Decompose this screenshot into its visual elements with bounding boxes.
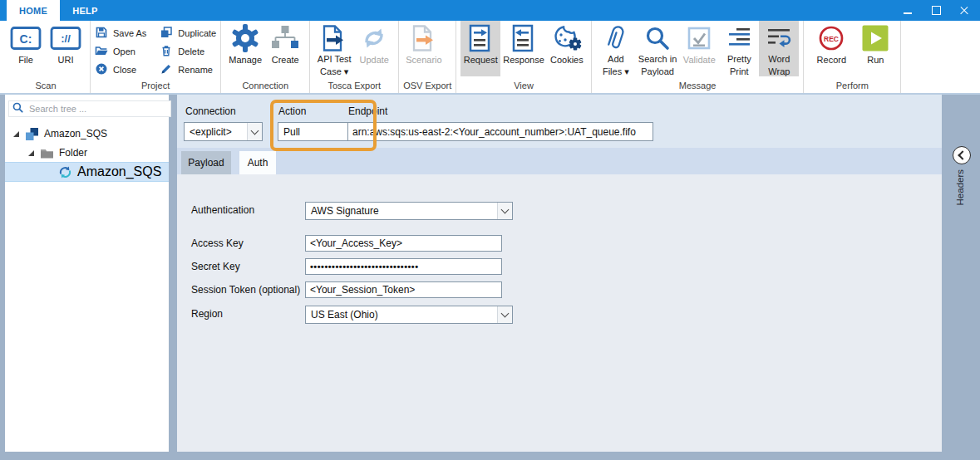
delete-label: Delete bbox=[178, 46, 204, 56]
ribbon-group-connection: Manage Create Connection bbox=[221, 21, 310, 93]
update-button[interactable]: Update bbox=[354, 21, 394, 76]
minimize-button[interactable] bbox=[894, 0, 922, 21]
duplicate-icon bbox=[160, 26, 173, 41]
record-icon: REC bbox=[817, 23, 845, 53]
auth-tab-content: Authentication AWS Signature Access Key … bbox=[177, 174, 942, 452]
validate-button[interactable]: Validate bbox=[679, 21, 719, 76]
create-button[interactable]: Create bbox=[265, 21, 305, 76]
group-label-osv-export: OSV Export bbox=[403, 81, 451, 93]
secret-key-input[interactable] bbox=[305, 258, 502, 275]
close-project-button[interactable]: Close bbox=[95, 61, 146, 79]
group-label-tosca-export: Tosca Export bbox=[314, 81, 394, 93]
tree-node-module-selected[interactable]: Amazon_SQS bbox=[5, 162, 169, 182]
tree-node-root[interactable]: Amazon_SQS bbox=[13, 125, 107, 143]
authentication-value: AWS Signature bbox=[306, 203, 497, 219]
save-as-button[interactable]: Save As bbox=[95, 24, 146, 42]
api-test-case-button[interactable]: API Test Case ▾ bbox=[314, 21, 354, 76]
add-files-label-1: Add bbox=[608, 54, 624, 64]
file-button-label: File bbox=[18, 55, 33, 65]
title-bar: HOME HELP bbox=[0, 0, 980, 21]
request-document-icon bbox=[468, 23, 493, 53]
tab-auth[interactable]: Auth bbox=[239, 151, 276, 174]
search-in-payload-button[interactable]: Search in Payload bbox=[636, 21, 679, 76]
manage-button[interactable]: Manage bbox=[225, 21, 265, 76]
search-icon bbox=[644, 23, 671, 52]
tree-search-box[interactable] bbox=[8, 100, 171, 117]
save-as-label: Save As bbox=[113, 28, 146, 38]
connection-value: <explicit> bbox=[185, 123, 247, 140]
api-scan-window: HOME HELP C: File :// bbox=[0, 0, 980, 460]
action-value: Pull bbox=[278, 123, 348, 140]
search-in-payload-label-2: Payload bbox=[641, 66, 674, 76]
cookie-icon bbox=[552, 23, 582, 53]
add-files-button[interactable]: Add Files ▾ bbox=[596, 21, 636, 76]
open-icon bbox=[95, 44, 108, 59]
response-label: Response bbox=[503, 55, 544, 65]
request-button[interactable]: Request bbox=[460, 21, 500, 76]
maximize-button[interactable] bbox=[922, 0, 950, 21]
duplicate-button[interactable]: Duplicate bbox=[160, 24, 216, 42]
file-button[interactable]: C: File bbox=[6, 21, 46, 76]
chevron-down-icon[interactable] bbox=[247, 123, 262, 140]
headers-panel-toggle-button[interactable] bbox=[953, 146, 971, 164]
checkbox-icon bbox=[686, 23, 712, 53]
open-button[interactable]: Open bbox=[95, 42, 146, 61]
ribbon-group-view: Request Response Cookies View bbox=[456, 21, 592, 93]
tree-node-root-label: Amazon_SQS bbox=[44, 128, 107, 139]
scenario-label: Scenario bbox=[406, 55, 441, 65]
group-label-perform: Perform bbox=[808, 81, 896, 93]
word-wrap-icon bbox=[766, 23, 792, 52]
uri-icon: :// bbox=[50, 23, 81, 53]
pretty-print-button[interactable]: Pretty Print bbox=[719, 21, 759, 76]
rename-label: Rename bbox=[178, 65, 213, 75]
rename-button[interactable]: Rename bbox=[160, 61, 216, 79]
access-key-input[interactable] bbox=[305, 235, 502, 252]
chevron-down-icon[interactable] bbox=[497, 203, 512, 219]
endpoint-label: Endpoint bbox=[348, 105, 387, 117]
svg-text:REC: REC bbox=[824, 35, 839, 43]
chevron-down-icon[interactable] bbox=[497, 306, 512, 323]
record-label: Record bbox=[817, 55, 846, 65]
close-project-label: Close bbox=[113, 65, 136, 75]
ribbon-group-message: Add Files ▾ Search in Payload Validate bbox=[592, 21, 804, 93]
connection-label: Connection bbox=[185, 105, 236, 117]
document-arrow-icon bbox=[320, 23, 348, 52]
search-in-payload-label-1: Search in bbox=[638, 54, 677, 64]
tree-node-folder[interactable]: Folder bbox=[28, 144, 87, 162]
close-button[interactable] bbox=[950, 0, 978, 21]
region-dropdown[interactable]: US East (Ohio) bbox=[305, 306, 513, 324]
svg-text:C:: C: bbox=[20, 32, 32, 46]
connection-dropdown[interactable]: <explicit> bbox=[184, 122, 263, 141]
session-token-input[interactable] bbox=[305, 281, 502, 298]
open-label: Open bbox=[113, 46, 135, 56]
close-circle-icon bbox=[95, 62, 108, 77]
svg-text:://: :// bbox=[61, 32, 71, 45]
rename-icon bbox=[160, 62, 173, 77]
endpoint-input[interactable] bbox=[347, 122, 653, 141]
gear-icon bbox=[230, 23, 260, 53]
tab-payload[interactable]: Payload bbox=[181, 151, 231, 174]
manage-label: Manage bbox=[229, 55, 262, 65]
authentication-dropdown[interactable]: AWS Signature bbox=[305, 202, 513, 220]
uri-button-label: URI bbox=[58, 55, 74, 65]
response-button[interactable]: Response bbox=[500, 21, 547, 76]
cookies-button[interactable]: Cookies bbox=[547, 21, 587, 76]
ribbon-group-project: Save As Duplicate Open Delete bbox=[91, 21, 221, 93]
uri-button[interactable]: :// URI bbox=[46, 21, 86, 76]
tree-search-input[interactable] bbox=[27, 103, 167, 115]
delete-icon bbox=[160, 44, 173, 59]
expander-icon[interactable] bbox=[13, 131, 19, 137]
run-button[interactable]: Run bbox=[854, 21, 896, 76]
word-wrap-button[interactable]: Word Wrap bbox=[759, 21, 799, 76]
ribbon-tab-help[interactable]: HELP bbox=[60, 0, 111, 21]
delete-button[interactable]: Delete bbox=[160, 42, 216, 61]
sync-icon bbox=[58, 165, 72, 179]
update-label: Update bbox=[359, 55, 388, 65]
sync-arrows-icon bbox=[360, 23, 388, 53]
ribbon-tab-home[interactable]: HOME bbox=[7, 0, 60, 21]
search-icon bbox=[12, 101, 23, 116]
record-button[interactable]: REC Record bbox=[808, 21, 854, 76]
scenario-button[interactable]: Scenario bbox=[403, 21, 444, 76]
expander-icon[interactable] bbox=[28, 150, 34, 156]
headers-panel-tab[interactable]: Headers bbox=[955, 169, 965, 205]
